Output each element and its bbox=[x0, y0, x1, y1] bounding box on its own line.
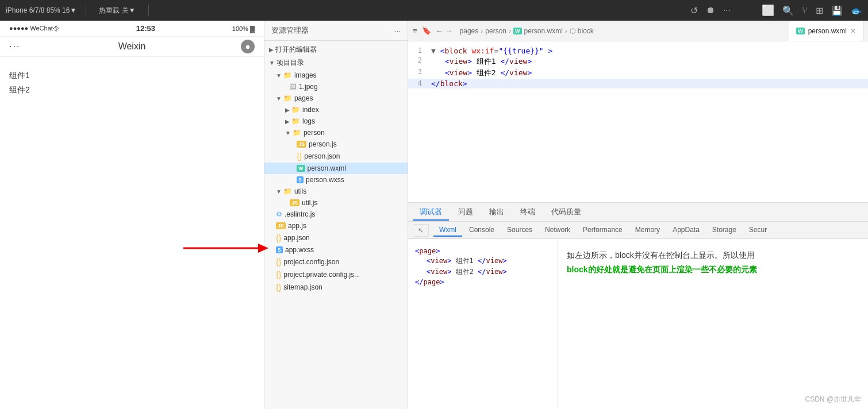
cursor-icon-btn[interactable]: ↖ bbox=[413, 224, 429, 237]
folder-utils-icon: 📁 bbox=[283, 187, 292, 195]
subtab-memory[interactable]: Memory bbox=[629, 224, 666, 237]
folder-person[interactable]: ▼ 📁 person bbox=[264, 127, 408, 138]
breadcrumb-icon-left[interactable]: ≡ bbox=[413, 26, 417, 35]
folder-pages[interactable]: ▼ 📁 pages bbox=[264, 92, 408, 104]
hotreload-btn[interactable]: 热重载 关▼ bbox=[95, 5, 139, 17]
file-eslintrc[interactable]: ⚙ .eslintrc.js bbox=[264, 209, 408, 220]
json-icon: {} bbox=[297, 152, 302, 161]
subtab-wxml[interactable]: Wxml bbox=[433, 224, 462, 237]
file-app-wxss[interactable]: S app.wxss bbox=[264, 244, 408, 256]
file-tree: ▶ 打开的编辑器 ▼ 项目目录 ▼ 📁 images 🖼 1.jpeg bbox=[264, 41, 408, 409]
file-project-private[interactable]: {} project.private.config.js... bbox=[264, 268, 408, 281]
wxss-icon: S bbox=[297, 176, 304, 183]
app-js-icon: JS bbox=[276, 222, 286, 229]
git-icon[interactable]: ⑂ bbox=[802, 5, 808, 16]
subtab-sources[interactable]: Sources bbox=[501, 224, 538, 237]
line-code-3[interactable]: <view> 组件2 </view> bbox=[431, 68, 868, 78]
folder-images-label: images bbox=[294, 71, 317, 79]
nav-back-btn[interactable]: ← bbox=[436, 26, 443, 35]
more-icon[interactable]: ··· bbox=[723, 5, 731, 16]
editor-tab-wxml[interactable]: W person.wxml ✕ bbox=[789, 21, 863, 41]
breadcrumb-path: pages › person › W person.wxml › ⬡ block bbox=[460, 27, 594, 35]
folder-utils[interactable]: ▼ 📁 utils bbox=[264, 186, 408, 197]
subtab-network[interactable]: Network bbox=[539, 224, 576, 237]
tab-close-icon[interactable]: ✕ bbox=[850, 27, 856, 35]
wxml-icon: W bbox=[297, 165, 305, 172]
tab-terminal[interactable]: 终端 bbox=[513, 204, 542, 221]
line-code-1[interactable]: ▼ <block wx:if="{{true}}" > bbox=[431, 47, 868, 55]
save-icon[interactable]: 💾 bbox=[831, 5, 843, 16]
phone-signal: ●●●●● WeChat令 bbox=[9, 24, 59, 33]
file-person-wxss[interactable]: S person.wxss bbox=[264, 174, 408, 186]
code-line-4: 4 </block> bbox=[408, 79, 868, 88]
phone-content: 组件1 组件2 bbox=[0, 57, 264, 409]
debugger-note: 如左边所示，block并没有在控制台上显示。所以使用 block的好处就是避免在… bbox=[558, 239, 868, 409]
person-wxss-label: person.wxss bbox=[306, 176, 344, 184]
file-util-js[interactable]: JS util.js bbox=[264, 197, 408, 209]
tab-label: person.wxml bbox=[808, 27, 847, 35]
tab-issues[interactable]: 问题 bbox=[451, 204, 480, 221]
folder-index[interactable]: ▶ 📁 index bbox=[264, 104, 408, 115]
tab-code-quality[interactable]: 代码质量 bbox=[544, 204, 588, 221]
search-icon[interactable]: 🔍 bbox=[782, 5, 794, 16]
tab-debugger[interactable]: 调试器 bbox=[413, 204, 449, 221]
file-app-js[interactable]: JS app.js bbox=[264, 220, 408, 231]
section-open-editors[interactable]: ▶ 打开的编辑器 bbox=[264, 43, 408, 56]
nav-forward-btn[interactable]: → bbox=[445, 26, 453, 35]
toolbar-divider-1 bbox=[86, 5, 86, 16]
folder-utils-label: utils bbox=[294, 187, 306, 195]
file-person-wxml[interactable]: W person.wxml bbox=[264, 163, 408, 174]
debugger-sub-tabs: ↖ Wxml Console Sources Network Performan… bbox=[408, 222, 868, 239]
file-image-icon: 🖼 bbox=[290, 83, 297, 91]
subtab-console[interactable]: Console bbox=[463, 224, 500, 237]
file-person-js[interactable]: JS person.js bbox=[264, 138, 408, 150]
line-code-2[interactable]: <view> 组件1 </view> bbox=[431, 56, 868, 67]
grid-icon[interactable]: ⊞ bbox=[816, 5, 823, 16]
bc-wxml: person.wxml bbox=[524, 27, 563, 35]
debugger-panel: 调试器 问题 输出 终端 代码质量 ↖ Wxml Console Sources… bbox=[408, 202, 868, 409]
subtab-storage[interactable]: Storage bbox=[706, 224, 742, 237]
subtab-secur[interactable]: Secur bbox=[743, 224, 773, 237]
file-person-json[interactable]: {} person.json bbox=[264, 150, 408, 163]
nav-record-icon: ⏺ bbox=[241, 40, 255, 53]
bc-block-icon: ⬡ bbox=[570, 27, 575, 35]
file-project-config[interactable]: {} project.config.json bbox=[264, 256, 408, 268]
project-private-label: project.private.config.js... bbox=[283, 271, 360, 279]
pages-icon[interactable]: ⬜ bbox=[762, 4, 774, 17]
folder-logs[interactable]: ▶ 📁 logs bbox=[264, 115, 408, 127]
app-wxss-label: app.wxss bbox=[285, 246, 314, 254]
phone-status-bar: ●●●●● WeChat令 12:53 100% ▓ bbox=[0, 21, 264, 37]
folder-index-icon: 📁 bbox=[291, 106, 300, 114]
stop-icon[interactable]: ⏺ bbox=[706, 5, 715, 16]
code-line-3: 3 <view> 组件2 </view> bbox=[408, 67, 868, 79]
file-panel-more[interactable]: ··· bbox=[394, 26, 401, 35]
bc-block: block bbox=[578, 27, 594, 35]
folder-images[interactable]: ▼ 📁 images bbox=[264, 70, 408, 81]
refresh-icon[interactable]: ↺ bbox=[690, 5, 698, 16]
device-label: iPhone 6/7/8 85% 16▼ bbox=[6, 6, 76, 14]
dom-view-1: <view> 组件1 </view> bbox=[415, 256, 550, 266]
tab-output[interactable]: 输出 bbox=[482, 204, 511, 221]
subtab-performance[interactable]: Performance bbox=[577, 224, 628, 237]
file-panel: 资源管理器 ··· ▶ 打开的编辑器 ▼ 项目目录 ▼ 📁 image bbox=[264, 21, 408, 409]
person-js-label: person.js bbox=[309, 140, 337, 148]
fish-icon[interactable]: 🐟 bbox=[851, 5, 862, 16]
file-sitemap[interactable]: {} sitemap.json bbox=[264, 281, 408, 294]
person-wxml-label: person.wxml bbox=[308, 164, 346, 172]
file-panel-header: 资源管理器 ··· bbox=[264, 21, 408, 41]
tab-icon: W bbox=[796, 28, 805, 34]
file-1jpeg[interactable]: 🖼 1.jpeg bbox=[264, 81, 408, 92]
project-config-label: project.config.json bbox=[283, 258, 339, 266]
sitemap-icon: {} bbox=[276, 283, 281, 292]
section-project-dir[interactable]: ▼ 项目目录 bbox=[264, 56, 408, 70]
phone-battery: 100% ▓ bbox=[232, 25, 255, 32]
file-app-json[interactable]: {} app.json bbox=[264, 231, 408, 244]
line1-caret: ▼ bbox=[431, 47, 440, 55]
bookmark-icon[interactable]: 🔖 bbox=[422, 26, 431, 35]
folder-person-label: person bbox=[304, 129, 325, 137]
line-code-4[interactable]: </block> bbox=[431, 79, 868, 88]
subtab-appdata[interactable]: AppData bbox=[667, 224, 705, 237]
device-selector[interactable]: iPhone 6/7/8 85% 16▼ bbox=[6, 6, 76, 14]
main-area: ●●●●● WeChat令 12:53 100% ▓ ··· Weixin ⏺ … bbox=[0, 21, 868, 409]
app-js-label: app.js bbox=[288, 222, 306, 230]
